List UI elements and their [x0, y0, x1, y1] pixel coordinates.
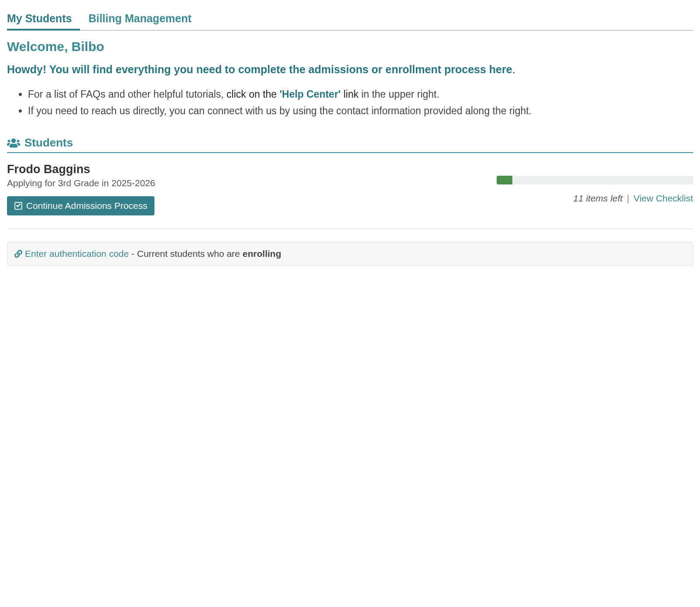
items-left-text: 11 items left	[573, 193, 622, 203]
info-item-faq-pre: For a list of FAQs and other helpful tut…	[28, 89, 226, 100]
intro-text: Howdy! You will find everything you need…	[7, 62, 693, 77]
students-section-label: Students	[24, 136, 73, 150]
student-name: Frodo Baggins	[7, 163, 497, 176]
student-progress: 11 items left | View Checklist	[497, 163, 693, 204]
info-item-contact: If you need to reach us directly, you ca…	[28, 103, 693, 119]
auth-desc-pre: - Current students who are	[131, 249, 240, 259]
info-list: For a list of FAQs and other helpful tut…	[7, 87, 693, 119]
view-checklist-link[interactable]: View Checklist	[634, 193, 693, 203]
info-item-faq-click: click on the	[226, 89, 279, 100]
student-card: Frodo Baggins Applying for 3rd Grade in …	[7, 163, 693, 229]
users-icon	[7, 137, 20, 149]
intro-period: .	[512, 63, 515, 75]
progress-bar	[497, 176, 693, 184]
info-item-faq-link: link	[341, 89, 359, 100]
student-subtitle: Applying for 3rd Grade in 2025-2026	[7, 178, 497, 188]
info-item-faq-post: in the upper right.	[359, 89, 439, 100]
continue-admissions-button[interactable]: Continue Admissions Process	[7, 196, 154, 215]
link-icon	[14, 250, 22, 258]
students-section-header: Students	[7, 136, 693, 153]
top-tabs: My Students Billing Management	[7, 7, 693, 31]
intro-text-main: Howdy! You will find everything you need…	[7, 63, 512, 75]
auth-desc-bold: enrolling	[243, 249, 281, 259]
info-item-faq: For a list of FAQs and other helpful tut…	[28, 87, 693, 102]
auth-code-box: Enter authentication code - Current stud…	[7, 242, 693, 266]
tab-billing-management[interactable]: Billing Management	[89, 7, 199, 30]
tab-my-students[interactable]: My Students	[7, 7, 80, 30]
student-info: Frodo Baggins Applying for 3rd Grade in …	[7, 163, 497, 215]
welcome-heading: Welcome, Bilbo	[7, 39, 693, 54]
progress-meta: 11 items left | View Checklist	[497, 193, 693, 204]
continue-admissions-label: Continue Admissions Process	[26, 201, 148, 211]
enter-auth-code-link[interactable]: Enter authentication code	[25, 249, 129, 259]
progress-fill	[497, 176, 512, 184]
info-item-faq-help: 'Help Center'	[280, 89, 341, 100]
progress-divider: |	[627, 193, 629, 203]
check-square-icon	[14, 201, 23, 210]
